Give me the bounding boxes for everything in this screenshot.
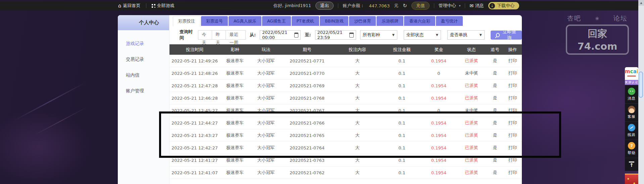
search-button[interactable]: 立即查询	[491, 31, 522, 40]
tab[interactable]: AG真人娱乐	[229, 16, 261, 26]
dropdown-arrow-icon: ▼	[436, 33, 438, 37]
table-header-cell: 期号	[282, 44, 332, 55]
print-link[interactable]: 打印	[503, 104, 522, 117]
tab[interactable]: AG捕鱼王	[262, 16, 291, 26]
table-header-cell: 投注内容	[332, 44, 383, 55]
admin-center-menu[interactable]: 管理中心 ▾	[439, 3, 461, 9]
scrollbar-thumb[interactable]	[639, 72, 643, 98]
support-icon	[628, 106, 635, 113]
tab[interactable]: 乐游棋牌	[377, 16, 403, 26]
cell-play: 大小冠军	[250, 67, 282, 80]
floating-menu-item[interactable]: 线路	[625, 122, 638, 140]
print-link[interactable]: 打印	[503, 154, 522, 167]
cell-amount: 0.1	[383, 104, 421, 117]
print-link[interactable]: 打印	[503, 80, 522, 92]
cell-play: 大小冠军	[250, 154, 282, 167]
sidebar-title: 个人中心	[139, 19, 159, 26]
cell-play: 大小冠军	[250, 80, 282, 92]
from-date-value: 2022/05/21 00:00	[262, 30, 294, 40]
mcai-logo-card[interactable]: mcai	[625, 67, 638, 80]
select-group: 所有彩种 ▼ 全部状态 ▼ 是否单挑 ▼	[360, 30, 485, 40]
tab[interactable]: 沙巴体育	[349, 16, 376, 26]
floating-menu-item[interactable]: 消息	[625, 86, 638, 104]
help-icon	[628, 142, 635, 149]
sidebar-item[interactable]: 账户管理	[118, 83, 169, 99]
table-header-cell: 投注金额	[383, 44, 421, 55]
scrollbar-up-button[interactable]: ▲	[638, 0, 644, 6]
from-date-input[interactable]: 2022/05/21 00:00	[260, 30, 301, 40]
cell-issue: 20220521-0763	[282, 154, 332, 167]
print-link[interactable]: 打印	[503, 167, 522, 179]
filter-select[interactable]: 所有彩种 ▼	[360, 30, 397, 40]
festival-banner-image[interactable]	[625, 174, 638, 184]
table-row: 2022-05-21 12:43:27 极速赛车 大小冠军 20220521-0…	[169, 129, 522, 142]
cell-issue: 20220521-0765	[282, 129, 332, 142]
print-link[interactable]: 打印	[503, 142, 522, 154]
cell-prize: 0	[421, 104, 456, 117]
tab[interactable]: 彩票追号	[201, 16, 228, 26]
tab[interactable]: 香港六合彩	[404, 16, 435, 26]
recharge-button[interactable]: 充值	[411, 2, 430, 10]
floating-menu-item[interactable]: 客服	[625, 104, 638, 122]
divider	[434, 3, 434, 8]
filter-bar: 查询时间 今天 昨天 最近一周 从: 2022/05/21 00:00 至:	[180, 30, 522, 40]
quick-range-button[interactable]: 最近一周	[226, 30, 246, 40]
dropdown-arrow-icon: ▼	[480, 33, 482, 37]
cell-prize: 0.1954	[421, 142, 456, 154]
sidebar-item[interactable]: 游戏记录	[118, 36, 169, 51]
cell-lottery: 极速赛车	[220, 117, 250, 129]
calendar-icon[interactable]	[349, 33, 354, 38]
print-link[interactable]: 打印	[503, 129, 522, 142]
calendar-icon[interactable]	[294, 33, 299, 38]
back-to-top-button[interactable]: ↑	[625, 158, 638, 171]
print-link[interactable]: 打印	[503, 55, 522, 67]
tab[interactable]: 彩票投注	[173, 16, 200, 26]
table-header-cell: 投注时间	[169, 44, 220, 55]
quick-range-button[interactable]: 今天	[198, 30, 212, 40]
floating-menu-item[interactable]: 帮助	[625, 140, 638, 158]
cell-issue: 20220521-0771	[282, 55, 332, 67]
tab[interactable]: BBIN游戏	[320, 16, 348, 26]
scrollbar[interactable]: ▲	[638, 0, 644, 184]
sidebar-item[interactable]: 交易记录	[118, 51, 169, 67]
cell-content: 大	[332, 167, 383, 179]
prize-cert-badge: 奖源认证	[625, 80, 638, 85]
messages-link[interactable]: ✉ 消息	[469, 3, 484, 9]
cell-prize: 0.1954	[421, 80, 456, 92]
tab[interactable]: PT老虎机	[292, 16, 319, 26]
print-link[interactable]: 打印	[503, 67, 522, 80]
filter-select[interactable]: 是否单挑 ▼	[447, 30, 485, 40]
cell-play: 大小冠军	[250, 142, 282, 154]
quick-range-button[interactable]: 昨天	[212, 30, 226, 40]
cell-issue: 20220521-0770	[282, 67, 332, 80]
download-center-button[interactable]: ↓ 下载中心	[488, 2, 519, 9]
all-games-link[interactable]: 全部游戏	[152, 3, 175, 9]
cell-amount: 0.1	[383, 55, 421, 67]
sidebar-item[interactable]: 站内信	[118, 67, 169, 83]
cell-prize: 0.1954	[421, 92, 456, 104]
tab[interactable]: 盈亏统计	[436, 16, 463, 26]
table-header-cell: 操作	[503, 44, 522, 55]
back-home-link[interactable]: ⌂ 返回首页	[118, 3, 141, 9]
filter-select[interactable]: 全部状态 ▼	[404, 30, 441, 40]
cell-chase: 是	[487, 104, 503, 117]
print-link[interactable]: 打印	[503, 117, 522, 129]
dropdown-arrow-icon: ▼	[392, 33, 395, 37]
refresh-icon[interactable]: ↻	[403, 3, 407, 8]
cell-bet-time: 2022-05-21 12:42:27	[169, 142, 220, 154]
back-home-label: 返回首页	[123, 3, 141, 9]
user-avatar-icon	[128, 19, 136, 27]
floating-menu: 消息 客服 线路 帮助	[625, 85, 638, 158]
cell-content: 大	[332, 129, 383, 142]
table-row: 2022-05-21 12:41:07 极速赛车 大小冠军 20220521-0…	[169, 167, 522, 179]
print-link[interactable]: 打印	[503, 92, 522, 104]
cell-issue: 20220521-0769	[282, 80, 332, 92]
to-date-input[interactable]: 2022/05/21 23:59	[315, 30, 356, 40]
cell-play: 大小冠军	[250, 117, 282, 129]
greeting-text: 你好, jimbird1911	[274, 3, 311, 9]
watermark-left-text: 杏吧	[567, 14, 581, 23]
logout-button[interactable]: 退出	[315, 2, 334, 10]
cell-chase: 是	[487, 154, 503, 167]
table-header-cell: 追号	[487, 44, 503, 55]
cell-status: 已派奖	[456, 129, 487, 142]
